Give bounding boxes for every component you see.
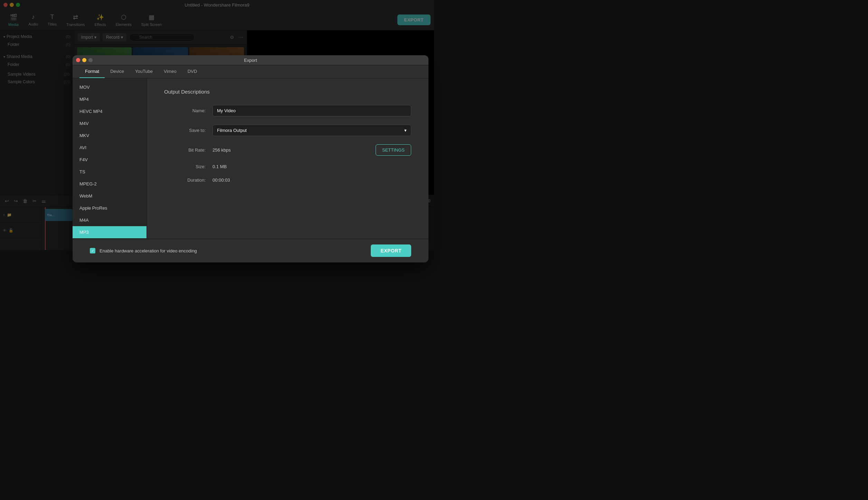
settings-row-name: Name: [164,105,411,116]
save-to-label: Save to: [164,128,206,133]
modal-title: Export [244,58,257,63]
settings-row-save-to: Save to: Filmora Output ▾ [164,125,411,136]
hw-acceleration-checkbox[interactable]: ✓ [90,248,95,250]
settings-row-size: Size: 0.1 MB [164,164,411,169]
modal-minimize-button[interactable] [82,58,86,62]
modal-footer: ✓ Enable hardware acceleration for video… [73,239,428,250]
save-to-select[interactable]: Filmora Output ▾ [213,125,411,136]
format-item-webm[interactable]: WebM [73,190,147,202]
format-item-mpeg2[interactable]: MPEG-2 [73,178,147,190]
format-list: MOV MP4 HEVC MP4 M4V MKV AVI F4V TS MPEG… [73,78,147,239]
format-item-hevc-mp4[interactable]: HEVC MP4 [73,105,147,117]
format-item-ts[interactable]: TS [73,166,147,178]
name-label: Name: [164,108,206,113]
size-label: Size: [164,164,206,169]
settings-row-duration: Duration: 00:00:03 [164,177,411,183]
format-item-mov[interactable]: MOV [73,81,147,93]
format-item-mp4[interactable]: MP4 [73,93,147,105]
bitrate-value: 256 kbps [213,147,369,153]
output-descriptions-title: Output Descriptions [164,89,411,95]
format-item-m4a[interactable]: M4A [73,214,147,226]
modal-traffic-lights [76,58,93,62]
modal-tab-device[interactable]: Device [105,65,130,78]
modal-tab-dvd[interactable]: DVD [182,65,202,78]
modal-overlay: Export Format Device YouTube Vimeo DVD [0,0,434,250]
format-item-f4v[interactable]: F4V [73,154,147,166]
hw-acceleration-label: Enable hardware acceleration for video e… [100,248,197,250]
name-input[interactable] [213,105,411,116]
modal-tab-format[interactable]: Format [79,65,105,78]
modal-export-button[interactable]: EXPORT [371,244,411,250]
format-item-m4v[interactable]: M4V [73,117,147,129]
modal-tab-vimeo[interactable]: Vimeo [158,65,182,78]
format-item-avi[interactable]: AVI [73,142,147,154]
modal-maximize-button[interactable] [88,58,93,62]
format-item-mkv[interactable]: MKV [73,129,147,142]
save-to-chevron-icon: ▾ [404,128,407,133]
modal-titlebar: Export [73,55,428,65]
modal-body: MOV MP4 HEVC MP4 M4V MKV AVI F4V TS MPEG… [73,78,428,239]
duration-label: Duration: [164,177,206,183]
modal-close-button[interactable] [76,58,80,62]
export-modal: Export Format Device YouTube Vimeo DVD [73,55,428,250]
duration-value: 00:00:03 [213,177,411,183]
modal-tab-youtube[interactable]: YouTube [130,65,158,78]
settings-button[interactable]: SETTINGS [376,144,411,156]
size-value: 0.1 MB [213,164,411,169]
format-item-mp3[interactable]: MP3 [73,226,147,238]
settings-row-bitrate: Bit Rate: 256 kbps SETTINGS [164,144,411,156]
settings-panel: Output Descriptions Name: Save to: Filmo… [147,78,428,239]
format-item-apple-prores[interactable]: Apple ProRes [73,202,147,214]
bitrate-label: Bit Rate: [164,147,206,153]
modal-tabs: Format Device YouTube Vimeo DVD [73,65,428,78]
